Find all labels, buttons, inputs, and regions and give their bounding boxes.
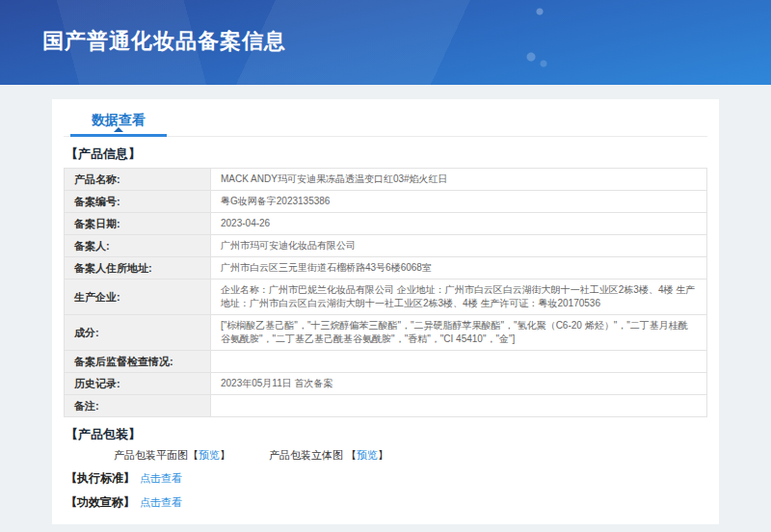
content-card: 数据查看 【产品信息】 产品名称:MACK ANDY玛可安迪果冻晶透温变口红03…: [52, 99, 719, 524]
section-product-info-title: 【产品信息】: [66, 146, 707, 163]
extra-link-line: 【执行标准】点击查看: [66, 470, 707, 487]
bracket-close: 】: [220, 449, 230, 461]
tab-bar: 数据查看: [64, 107, 707, 137]
extra-link-label: 【功效宣称】: [66, 495, 135, 509]
table-row: 备注:: [65, 395, 707, 417]
packaging-item: 产品包装平面图【预览】: [114, 448, 230, 463]
bracket-close: 】: [378, 449, 388, 461]
row-label: 备案编号:: [65, 191, 211, 213]
bracket-open: 【: [346, 449, 357, 461]
bracket-open: 【: [188, 449, 199, 461]
table-row: 备案人住所地址:广州市白云区三元里街道石榴桥路43号6楼6068室: [65, 257, 707, 279]
extra-link-line: 【功效宣称】点击查看: [66, 494, 707, 511]
row-label: 备案人住所地址:: [65, 257, 211, 279]
packaging-item-label: 产品包装立体图: [269, 449, 346, 461]
row-value: [211, 351, 707, 373]
row-label: 成分:: [65, 315, 211, 351]
row-value: 2023-04-26: [211, 213, 707, 235]
packaging-item: 产品包装立体图 【预览】: [269, 448, 388, 463]
row-label: 备案后监督检查情况:: [65, 351, 211, 373]
click-to-view-link[interactable]: 点击查看: [140, 496, 182, 508]
row-label: 备案日期:: [65, 213, 211, 235]
table-row: 备案编号:粤G妆网备字2023135386: [65, 191, 707, 213]
extra-link-label: 【执行标准】: [66, 471, 135, 485]
row-value: 广州市玛可安迪化妆品有限公司: [211, 235, 707, 257]
section-packaging-title: 【产品包装】: [66, 426, 707, 443]
packaging-preview-link[interactable]: 预览: [199, 449, 220, 461]
table-row: 历史记录:2023年05月11日 首次备案: [65, 373, 707, 395]
extra-links-block: 【执行标准】点击查看【功效宣称】点击查看: [64, 470, 707, 511]
row-label: 生产企业:: [65, 279, 211, 315]
click-to-view-link[interactable]: 点击查看: [140, 472, 182, 484]
packaging-item-label: 产品包装平面图: [114, 449, 188, 461]
packaging-links-row: 产品包装平面图【预览】产品包装立体图 【预览】: [114, 448, 707, 463]
row-value: [211, 395, 707, 417]
row-value: 企业名称：广州市巴妮兰化妆品有限公司 企业地址：广州市白云区白云湖街大朗十一社工…: [211, 279, 707, 315]
row-value: MACK ANDY玛可安迪果冻晶透温变口红03#焰火红日: [211, 169, 707, 191]
table-row: 备案后监督检查情况:: [65, 351, 707, 373]
packaging-preview-link[interactable]: 预览: [357, 449, 378, 461]
product-info-table: 产品名称:MACK ANDY玛可安迪果冻晶透温变口红03#焰火红日备案编号:粤G…: [64, 168, 707, 417]
row-label: 产品名称:: [65, 169, 211, 191]
row-value: ["棕榈酸乙基己酯"，"十三烷醇偏苯三酸酯"，"二异硬脂醇苹果酸酯"，"氢化聚（…: [211, 315, 707, 351]
row-value: 广州市白云区三元里街道石榴桥路43号6楼6068室: [211, 257, 707, 279]
row-label: 备案人:: [65, 235, 211, 257]
table-row: 成分:["棕榈酸乙基己酯"，"十三烷醇偏苯三酸酯"，"二异硬脂醇苹果酸酯"，"氢…: [65, 315, 707, 351]
page-body: 数据查看 【产品信息】 产品名称:MACK ANDY玛可安迪果冻晶透温变口红03…: [0, 85, 771, 532]
table-row: 产品名称:MACK ANDY玛可安迪果冻晶透温变口红03#焰火红日: [65, 169, 707, 191]
page-footer: 本站由国家药品监督管理局主办 版权所有 Copyright © NMPA All…: [52, 524, 719, 532]
row-label: 备注:: [65, 395, 211, 417]
tab-data-view[interactable]: 数据查看: [70, 107, 167, 137]
row-label: 历史记录:: [65, 373, 211, 395]
page-header: 国产普通化妆品备案信息: [0, 0, 771, 85]
row-value: 粤G妆网备字2023135386: [211, 191, 707, 213]
table-row: 生产企业:企业名称：广州市巴妮兰化妆品有限公司 企业地址：广州市白云区白云湖街大…: [65, 279, 707, 315]
row-value: 2023年05月11日 首次备案: [211, 373, 707, 395]
tab-active-triangle-icon: [114, 127, 123, 132]
table-row: 备案日期:2023-04-26: [65, 213, 707, 235]
table-row: 备案人:广州市玛可安迪化妆品有限公司: [65, 235, 707, 257]
page-title: 国产普通化妆品备案信息: [42, 27, 286, 56]
